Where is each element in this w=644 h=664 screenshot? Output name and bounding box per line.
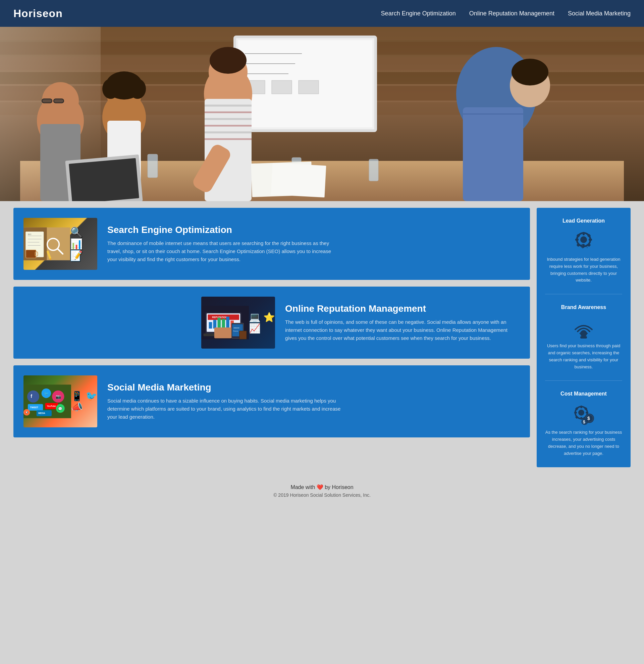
svg-rect-51 xyxy=(463,107,523,201)
svg-rect-122 xyxy=(581,406,582,408)
seo-title: Search Engine Optimization xyxy=(107,225,342,235)
svg-rect-108 xyxy=(583,232,585,235)
orm-card: Online Reputation Management The web is … xyxy=(14,287,530,359)
svg-rect-119 xyxy=(580,336,587,338)
hero-section xyxy=(0,27,644,201)
svg-point-34 xyxy=(209,47,246,74)
svg-rect-44 xyxy=(69,158,139,201)
main-content: SEO Search Engine Optimizati xyxy=(0,201,644,474)
cost-management-description: As the search ranking for your business … xyxy=(545,429,622,457)
svg-point-90 xyxy=(27,391,39,402)
svg-point-121 xyxy=(578,410,584,416)
svg-rect-14 xyxy=(272,80,292,94)
seo-description: The dominance of mobile internet use mea… xyxy=(107,239,342,264)
cost-management-icon: $ $ xyxy=(570,402,597,426)
services-section: SEO Search Engine Optimizati xyxy=(14,208,530,467)
svg-text:↓: ↓ xyxy=(586,244,588,249)
heart-icon: ❤️ xyxy=(317,484,325,490)
svg-rect-123 xyxy=(581,417,582,420)
svg-text:📢: 📢 xyxy=(25,411,28,414)
svg-rect-78 xyxy=(222,319,225,329)
svg-rect-79 xyxy=(226,317,229,329)
svg-rect-21 xyxy=(42,99,52,103)
svg-text:MEDIA: MEDIA xyxy=(38,412,45,414)
smm-image-placeholder: f 🐦 📷 TWEET YouTube MEDIA xyxy=(23,375,97,427)
svg-rect-82 xyxy=(214,328,232,338)
hero-image xyxy=(0,27,644,201)
brand-awareness-title: Brand Awareness xyxy=(561,304,606,310)
svg-text:SEO: SEO xyxy=(28,233,32,235)
svg-rect-110 xyxy=(575,238,579,241)
footer-made-with: Made with ❤️ by Horiseon xyxy=(7,484,637,490)
sidebar: Lead Generation $ ↓ xyxy=(537,208,630,467)
svg-point-30 xyxy=(129,79,146,99)
hero-svg xyxy=(0,27,644,201)
svg-text:★★★★☆: ★★★★☆ xyxy=(234,327,241,329)
seo-card: SEO Search Engine Optimizati xyxy=(14,208,530,280)
svg-point-50 xyxy=(511,59,548,85)
svg-rect-111 xyxy=(589,238,592,241)
seo-image-placeholder: SEO xyxy=(23,218,97,270)
orm-image: REPUTATION xyxy=(201,297,275,349)
svg-text:YouTube: YouTube xyxy=(47,405,56,407)
cost-management-title: Cost Management xyxy=(561,391,607,397)
svg-text:📷: 📷 xyxy=(56,394,61,399)
lead-gen-description: Inbound strategies for lead generation r… xyxy=(545,256,622,284)
svg-text:$: $ xyxy=(583,420,585,424)
svg-text:$: $ xyxy=(587,416,590,421)
svg-text:Reviews: Reviews xyxy=(234,330,239,332)
svg-rect-23 xyxy=(54,99,64,103)
smm-text: Social Media Marketing Social media cont… xyxy=(107,382,342,421)
brand-awareness-description: Users find your business through paid an… xyxy=(545,343,622,370)
svg-rect-88 xyxy=(240,331,246,339)
svg-rect-45 xyxy=(147,154,158,178)
sidebar-lead-generation: Lead Generation $ ↓ xyxy=(545,218,622,284)
copyright-text: © 2019 Horiseon Social Solution Services… xyxy=(7,492,637,498)
svg-rect-125 xyxy=(586,412,588,413)
smm-image: f 🐦 📷 TWEET YouTube MEDIA xyxy=(23,375,97,427)
sidebar-divider-1 xyxy=(545,294,622,294)
nav-orm[interactable]: Online Reputation Management xyxy=(469,10,555,17)
svg-point-29 xyxy=(102,79,119,99)
svg-text:🐦: 🐦 xyxy=(44,391,49,396)
lead-gen-title: Lead Generation xyxy=(563,218,605,224)
main-nav: Search Engine Optimization Online Reputa… xyxy=(381,10,630,17)
sidebar-divider-2 xyxy=(545,380,622,381)
svg-rect-76 xyxy=(213,320,217,329)
orm-title: Online Reputation Management xyxy=(285,303,520,314)
nav-smm[interactable]: Social Media Marketing xyxy=(568,10,630,17)
svg-rect-114 xyxy=(576,243,580,247)
svg-rect-15 xyxy=(299,80,319,94)
svg-text:💬: 💬 xyxy=(58,407,62,411)
svg-rect-66 xyxy=(26,250,36,258)
svg-rect-54 xyxy=(271,163,326,198)
svg-text:$: $ xyxy=(581,243,584,249)
orm-text: Online Reputation Management The web is … xyxy=(285,303,520,342)
svg-rect-124 xyxy=(574,412,577,413)
seo-text: Search Engine Optimization The dominance… xyxy=(107,225,342,264)
brand-logo: Horiseon xyxy=(14,7,63,20)
svg-rect-77 xyxy=(217,318,221,329)
smm-description: Social media continues to have a sizable… xyxy=(107,397,342,421)
brand-awareness-icon xyxy=(570,316,597,339)
smm-card: f 🐦 📷 TWEET YouTube MEDIA xyxy=(14,365,530,437)
site-footer: Made with ❤️ by Horiseon © 2019 Horiseon… xyxy=(0,474,644,506)
seo-image: SEO xyxy=(23,218,97,270)
site-header: Horiseon Search Engine Optimization Onli… xyxy=(0,0,644,27)
orm-image-placeholder: REPUTATION xyxy=(201,297,275,349)
svg-text:TWEET: TWEET xyxy=(30,406,38,409)
svg-rect-47 xyxy=(369,159,378,181)
sidebar-brand-awareness: Brand Awareness Users find your business… xyxy=(545,304,622,370)
lead-generation-icon: $ ↓ xyxy=(570,229,597,253)
nav-seo[interactable]: Search Engine Optimization xyxy=(381,10,456,17)
svg-point-107 xyxy=(580,236,587,243)
orm-description: The web is full of opinions, and some of… xyxy=(285,318,520,342)
svg-text:f: f xyxy=(31,394,32,399)
svg-rect-75 xyxy=(209,322,212,329)
smm-title: Social Media Marketing xyxy=(107,382,342,393)
sidebar-cost-management: Cost Management xyxy=(545,391,622,457)
